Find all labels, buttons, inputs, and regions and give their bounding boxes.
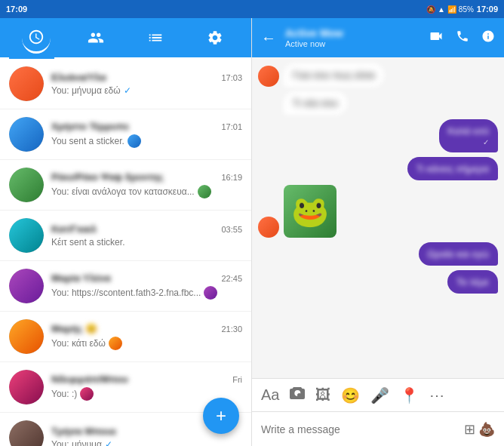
avatar — [9, 370, 44, 404]
text-format-icon[interactable]: Aa — [258, 383, 282, 407]
conv-content: Νδεφιράπ/Μπου Fri You: :) — [51, 374, 242, 401]
app-container: Ελεάνα/Υλα 17:03 You: μήνυμα εδώ ✓ Χρήστ… — [0, 18, 504, 446]
message-row: Τι νέα σου — [258, 91, 498, 115]
avatar — [9, 66, 44, 101]
conv-name: Χρήστο Τέρρυπε — [51, 121, 129, 132]
input-icons: ⊞ 💩 — [464, 421, 495, 438]
list-item[interactable]: Μαρής 😊 21:30 You: κάτι εδώ — [0, 312, 251, 362]
conv-header: Ελεάνα/Υλα 17:03 — [51, 72, 242, 83]
conv-header: Κατ/Γκαιλ 03:55 — [51, 223, 242, 235]
message-bubble: Τι νέα σου — [284, 91, 347, 115]
list-item[interactable]: Ρέκυ/Ρέκο Ψαψ δρυντης 16:19 You: είναι α… — [0, 160, 251, 211]
conv-preview-text: Κέιτ sent a sticker. — [51, 237, 124, 248]
conv-preview: You: μήνυμα εδώ ✓ — [51, 85, 242, 96]
avatar — [9, 319, 44, 354]
gallery-icon[interactable]: 🖼 — [312, 383, 333, 407]
list-item[interactable]: Κατ/Γκαιλ 03:55 Κέιτ sent a sticker. — [0, 211, 251, 261]
info-icon[interactable] — [478, 26, 498, 50]
left-nav — [0, 18, 251, 57]
message-input[interactable] — [261, 423, 458, 435]
conv-header: Μαρία Υλένα 22:45 — [51, 272, 242, 284]
conv-time: 21:30 — [221, 325, 242, 334]
mute-icon: 🔕 — [426, 5, 435, 14]
conv-content: Χρήστο Τέρρυπε 17:01 You sent a sticker. — [51, 121, 242, 148]
conversation-list: Ελεάνα/Υλα 17:03 You: μήνυμα εδώ ✓ Χρήστ… — [0, 59, 251, 446]
message-text: Ωραία και εγώ — [428, 248, 489, 260]
conv-time: 03:55 — [221, 225, 242, 234]
message-avatar — [258, 66, 279, 87]
conv-preview: You: κάτι εδώ — [51, 337, 242, 350]
conv-name: Νδεφιράπ/Μπου — [51, 374, 128, 385]
nav-recent-icon[interactable] — [22, 23, 51, 54]
conv-preview: You sent a sticker. — [51, 134, 242, 148]
check-icon: ✓ — [105, 439, 112, 446]
status-bar: 17:09 🔕 ▲ 📶 85% 17:09 — [0, 0, 504, 18]
avatar-mini — [128, 134, 141, 148]
message-row: Καλά εσύ ✓ — [258, 119, 498, 152]
conv-header: Χρήστο Τέρρυπε 17:01 — [51, 121, 242, 132]
emoji-icon[interactable]: 😊 — [338, 383, 363, 408]
fab-container: + — [203, 398, 239, 434]
emoji-grid-icon[interactable]: ⊞ — [464, 421, 475, 438]
conv-name: Ελεάνα/Υλα — [51, 72, 106, 83]
conv-header: Μαρής 😊 21:30 — [51, 323, 242, 334]
conv-time: 17:01 — [221, 122, 242, 131]
conv-content: Κατ/Γκαιλ 03:55 Κέιτ sent a sticker. — [51, 223, 242, 248]
location-icon[interactable]: 📍 — [397, 383, 422, 408]
conv-time: 22:45 — [221, 274, 242, 283]
conv-preview-text: You: μήνυμα — [51, 439, 102, 446]
conv-name: Τρήσα Μπουε — [51, 426, 117, 437]
chat-messages: Γεια σου πως είσαι Τι νέα σου Καλά εσύ ✓ — [252, 57, 504, 378]
chat-header: ← Active Mow Active now — [252, 18, 504, 57]
chat-toolbar: Aa 🖼 😊 🎤 📍 ⋯ — [252, 378, 504, 411]
message-bubble: Καλά εσύ ✓ — [439, 119, 498, 152]
conv-preview-text: You: μήνυμα εδώ — [51, 85, 121, 96]
list-item[interactable]: Μαρία Υλένα 22:45 You: https://scontent.… — [0, 261, 251, 312]
message-text: Τα λέμε — [456, 276, 489, 288]
conv-preview-text: You: κάτι εδώ — [51, 338, 106, 349]
message-bubble: Γεια σου πως είσαι — [284, 63, 384, 87]
conv-time: Fri — [232, 375, 242, 384]
avatar-mini — [109, 337, 122, 350]
chat-contact-name: Active Mow — [285, 27, 419, 39]
conv-preview: You: https://scontent.fath3-2.fna.fbc... — [51, 286, 242, 300]
video-call-icon[interactable] — [426, 26, 447, 51]
avatar — [9, 269, 44, 303]
message-time: ✓ — [448, 138, 489, 146]
avatar-mini — [198, 185, 211, 198]
conv-name: Μαρής 😊 — [51, 323, 97, 334]
status-icons: 🔕 ▲ 📶 85% — [426, 5, 474, 14]
nav-settings-icon[interactable] — [201, 23, 229, 52]
chat-input-area: ⊞ 💩 — [252, 411, 504, 446]
compose-button[interactable]: + — [203, 398, 239, 434]
camera-icon[interactable] — [287, 383, 308, 408]
message-avatar — [258, 217, 279, 238]
check-icon: ✓ — [124, 85, 131, 96]
nav-list-icon[interactable] — [141, 23, 170, 52]
avatar-mini — [80, 387, 94, 401]
message-bubble: Τι κάνεις σήμερα — [407, 157, 498, 180]
poop-emoji-icon[interactable]: 💩 — [478, 421, 495, 438]
list-item[interactable]: Χρήστο Τέρρυπε 17:01 You sent a sticker. — [0, 109, 251, 160]
chat-active-status: Active now — [285, 39, 419, 48]
phone-call-icon[interactable] — [453, 26, 472, 50]
list-item[interactable]: Ελεάνα/Υλα 17:03 You: μήνυμα εδώ ✓ — [0, 59, 251, 109]
microphone-icon[interactable]: 🎤 — [367, 383, 392, 408]
conv-name: Μαρία Υλένα — [51, 272, 111, 284]
header-actions — [426, 26, 498, 51]
avatar — [9, 117, 44, 152]
avatar — [9, 168, 44, 202]
conv-preview: You: είναι ανάλογα τον κατασκευα... — [51, 185, 242, 198]
signal-icon: 📶 — [447, 5, 456, 14]
more-icon[interactable]: ⋯ — [426, 383, 447, 408]
sticker: 🐸 — [284, 185, 337, 238]
conv-time: 17:03 — [221, 73, 242, 82]
conv-preview-text: You sent a sticker. — [51, 136, 124, 146]
wifi-icon: ▲ — [438, 5, 445, 14]
message-text: Γεια σου πως είσαι — [293, 69, 375, 81]
conv-content: Μαρία Υλένα 22:45 You: https://scontent.… — [51, 272, 242, 300]
back-button[interactable]: ← — [258, 26, 279, 50]
status-time-left: 17:09 — [6, 5, 27, 14]
nav-people-icon[interactable] — [81, 23, 110, 52]
conv-preview-text: You: είναι ανάλογα τον κατασκευα... — [51, 186, 195, 197]
